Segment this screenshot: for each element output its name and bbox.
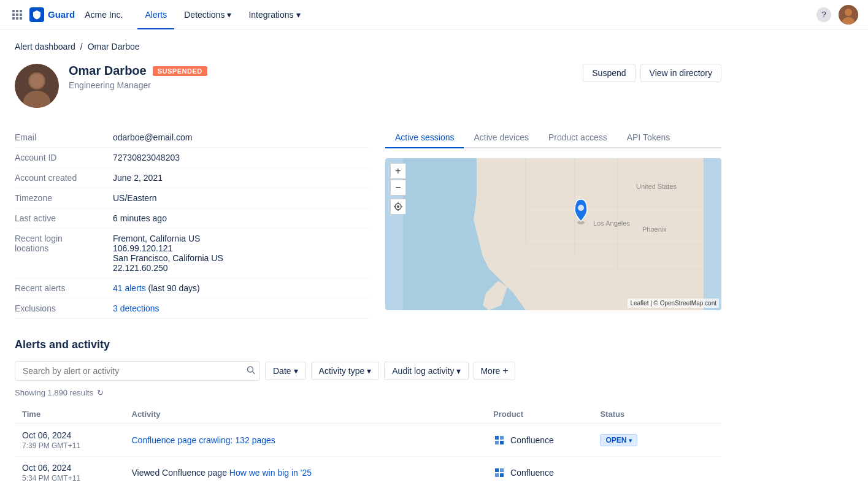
svg-rect-41 bbox=[500, 441, 504, 444]
nav-alerts-link[interactable]: Alerts bbox=[137, 0, 174, 29]
confluence-icon bbox=[493, 467, 505, 479]
map-locate-button[interactable] bbox=[390, 199, 406, 215]
activity-link[interactable]: How we win big in '25 bbox=[229, 468, 312, 478]
svg-rect-1 bbox=[16, 10, 18, 12]
recent-alerts-link[interactable]: 41 alerts bbox=[113, 283, 146, 293]
svg-text:Phoenix: Phoenix bbox=[642, 226, 667, 233]
breadcrumb-current: Omar Darboe bbox=[88, 42, 140, 51]
table-header: Time Activity Product Status bbox=[15, 405, 721, 424]
nav-right: ? bbox=[816, 5, 858, 25]
user-status-badge: SUSPENDED bbox=[153, 66, 207, 76]
detail-account-id: Account ID 72730823048203 bbox=[15, 148, 371, 168]
product-cell: Confluence bbox=[486, 424, 593, 457]
results-count: Showing 1,890 results bbox=[15, 388, 93, 397]
detail-login-locations: Recent loginlocations Fremont, Californi… bbox=[15, 229, 371, 278]
nav-integrations-link[interactable]: Integrations ▾ bbox=[241, 0, 307, 29]
table-row: Oct 06, 20245:34 PM GMT+11Viewed Conflue… bbox=[15, 457, 721, 489]
apps-icon[interactable] bbox=[10, 7, 25, 22]
detail-timezone: Timezone US/Eastern bbox=[15, 188, 371, 208]
detail-last-active: Last active 6 minutes ago bbox=[15, 208, 371, 229]
activity-link[interactable]: Confluence page crawling: 132 pages bbox=[132, 435, 275, 445]
view-in-directory-button[interactable]: View in directory bbox=[640, 64, 721, 82]
svg-rect-0 bbox=[12, 10, 15, 12]
user-details-panel: Email odarboe@email.com Account ID 72730… bbox=[15, 128, 371, 319]
detail-exclusions: Exclusions 3 detections bbox=[15, 299, 371, 319]
svg-rect-45 bbox=[500, 473, 504, 477]
svg-rect-39 bbox=[500, 436, 504, 440]
table-row: Oct 06, 20247:39 PM GMT+11Confluence pag… bbox=[15, 424, 721, 457]
tab-active-sessions[interactable]: Active sessions bbox=[385, 128, 464, 148]
user-name-row: Omar Darboe SUSPENDED bbox=[69, 64, 583, 78]
svg-point-15 bbox=[29, 74, 44, 88]
svg-point-31 bbox=[397, 205, 399, 208]
refresh-icon[interactable]: ↻ bbox=[97, 388, 104, 397]
filters-row: Date ▾ Activity type ▾ Audit log activit… bbox=[15, 361, 721, 381]
main-content: Alert dashboard / Omar Darboe Omar Darbo… bbox=[0, 29, 736, 488]
svg-rect-43 bbox=[500, 468, 504, 472]
time-cell: Oct 06, 20247:39 PM GMT+11 bbox=[15, 424, 125, 457]
help-icon[interactable]: ? bbox=[816, 7, 831, 22]
svg-text:United States: United States bbox=[636, 183, 677, 190]
breadcrumb: Alert dashboard / Omar Darboe bbox=[15, 42, 721, 51]
user-actions: Suspend View in directory bbox=[583, 64, 721, 82]
exclusions-link[interactable]: 3 detections bbox=[113, 303, 159, 313]
nav-detections-link[interactable]: Detections ▾ bbox=[177, 0, 239, 29]
status-cell bbox=[593, 457, 721, 489]
map-container: Los Angeles Phoenix United States + − bbox=[385, 158, 721, 310]
activity-cell: Confluence page crawling: 132 pages bbox=[125, 424, 486, 457]
chevron-down-icon: ▾ bbox=[294, 366, 298, 376]
time-cell: Oct 06, 20245:34 PM GMT+11 bbox=[15, 457, 125, 489]
svg-line-37 bbox=[253, 372, 255, 374]
breadcrumb-separator: / bbox=[80, 42, 83, 51]
svg-rect-3 bbox=[12, 13, 15, 16]
sessions-tabs: Active sessions Active devices Product a… bbox=[385, 128, 721, 148]
content-grid: Email odarboe@email.com Account ID 72730… bbox=[15, 128, 721, 319]
col-product: Product bbox=[486, 405, 593, 424]
detail-recent-alerts: Recent alerts 41 alerts (last 90 days) bbox=[15, 278, 371, 299]
user-avatar[interactable] bbox=[839, 5, 858, 25]
breadcrumb-home-link[interactable]: Alert dashboard bbox=[15, 42, 75, 51]
nav-company: Acme Inc. bbox=[85, 10, 123, 20]
svg-rect-5 bbox=[20, 13, 22, 16]
detail-account-created: Account created June 2, 2021 bbox=[15, 168, 371, 188]
col-status: Status bbox=[593, 405, 721, 424]
suspend-button[interactable]: Suspend bbox=[583, 64, 635, 82]
user-info: Omar Darboe SUSPENDED Engineering Manage… bbox=[69, 64, 583, 90]
svg-rect-8 bbox=[20, 17, 22, 20]
map-controls: + − bbox=[390, 163, 406, 215]
product-cell: Confluence bbox=[486, 457, 593, 489]
activity-type-filter-button[interactable]: Activity type ▾ bbox=[311, 362, 380, 380]
svg-rect-38 bbox=[495, 436, 499, 440]
tab-product-access[interactable]: Product access bbox=[539, 128, 617, 148]
product-name: Confluence bbox=[510, 435, 554, 445]
chevron-down-icon: ▾ bbox=[227, 10, 231, 20]
col-time: Time bbox=[15, 405, 125, 424]
tab-api-tokens[interactable]: API Tokens bbox=[617, 128, 680, 148]
tab-active-devices[interactable]: Active devices bbox=[464, 128, 538, 148]
alerts-activity-section: Alerts and activity Date ▾ Activity type… bbox=[15, 338, 721, 488]
svg-text:Los Angeles: Los Angeles bbox=[593, 219, 630, 227]
svg-rect-7 bbox=[16, 17, 18, 20]
svg-rect-42 bbox=[495, 468, 499, 472]
svg-point-10 bbox=[845, 9, 852, 16]
status-cell: OPEN ▾ bbox=[593, 424, 721, 457]
chevron-down-icon: ▾ bbox=[367, 366, 371, 376]
svg-rect-2 bbox=[20, 10, 22, 12]
svg-rect-4 bbox=[16, 13, 18, 16]
map-svg: Los Angeles Phoenix United States bbox=[385, 158, 721, 310]
status-badge[interactable]: OPEN ▾ bbox=[600, 434, 637, 446]
map-zoom-out-button[interactable]: − bbox=[390, 180, 406, 196]
search-input[interactable] bbox=[15, 361, 260, 381]
col-activity: Activity bbox=[125, 405, 486, 424]
audit-log-filter-button[interactable]: Audit log activity ▾ bbox=[384, 362, 469, 380]
date-filter-button[interactable]: Date ▾ bbox=[265, 362, 306, 380]
svg-rect-6 bbox=[12, 17, 15, 20]
map-zoom-in-button[interactable]: + bbox=[390, 163, 406, 179]
chevron-down-icon: ▾ bbox=[456, 366, 461, 376]
svg-marker-17 bbox=[474, 158, 704, 310]
product-name: Confluence bbox=[510, 468, 554, 478]
search-button[interactable] bbox=[247, 366, 255, 376]
activity-table-body: Oct 06, 20247:39 PM GMT+11Confluence pag… bbox=[15, 424, 721, 489]
more-filters-button[interactable]: More + bbox=[474, 362, 515, 380]
nav-logo[interactable]: Guard bbox=[29, 7, 75, 22]
